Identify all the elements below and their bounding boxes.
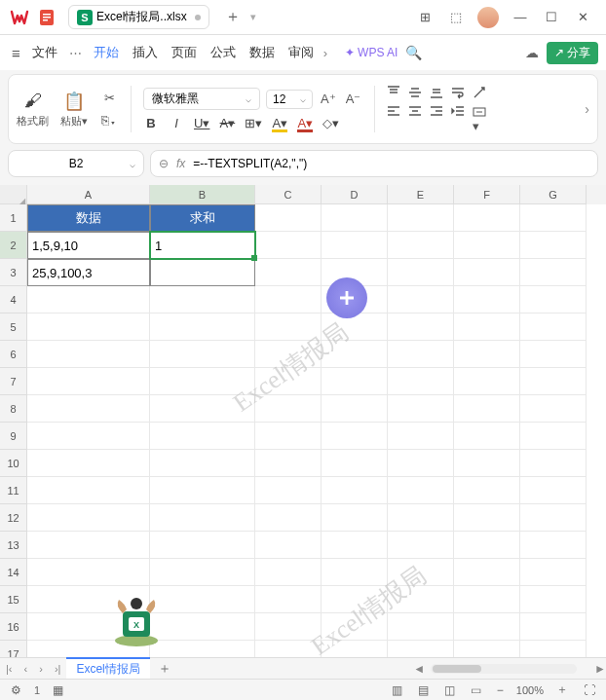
maximize-button[interactable]: ☐ — [536, 4, 567, 31]
cell[interactable] — [388, 613, 454, 641]
sheet-nav-first[interactable]: |‹ — [0, 663, 19, 675]
cell[interactable] — [388, 477, 454, 504]
spreadsheet-grid[interactable]: A B C D E F G 1 数据 求和 2 1,5,9,10 1 3 25,… — [0, 185, 606, 657]
cell[interactable] — [150, 450, 255, 477]
cell[interactable] — [255, 204, 322, 232]
cell[interactable] — [520, 641, 587, 657]
menu-tab-page[interactable]: 页面 — [166, 40, 203, 65]
sheet-nav-last[interactable]: ›| — [49, 663, 67, 675]
user-avatar[interactable] — [477, 7, 499, 28]
cell[interactable] — [322, 450, 388, 477]
cell[interactable] — [454, 423, 520, 450]
view-normal-icon[interactable]: ▥ — [389, 683, 405, 697]
cell[interactable] — [388, 368, 454, 395]
align-left-icon[interactable] — [387, 105, 400, 133]
embedded-image[interactable]: X — [105, 594, 168, 648]
indent-decrease-icon[interactable] — [451, 105, 465, 133]
cell[interactable] — [255, 368, 322, 395]
cell-b1[interactable]: 求和 — [150, 204, 255, 232]
row-header[interactable]: 15 — [0, 586, 27, 613]
align-middle-icon[interactable] — [408, 86, 422, 99]
cell[interactable] — [150, 477, 255, 504]
cell[interactable] — [27, 477, 150, 504]
minimize-button[interactable]: — — [505, 4, 536, 31]
cell[interactable] — [454, 368, 520, 395]
row-header[interactable]: 16 — [0, 613, 27, 641]
row-header[interactable]: 5 — [0, 313, 27, 341]
ribbon-expand-chevron[interactable]: › — [585, 101, 589, 117]
cell[interactable] — [27, 504, 150, 532]
horizontal-scrollbar[interactable] — [431, 664, 577, 674]
row-header[interactable]: 17 — [0, 641, 27, 657]
decrease-font-icon[interactable]: A⁻ — [344, 92, 363, 106]
cell[interactable] — [520, 232, 587, 259]
cell[interactable] — [388, 423, 454, 450]
row-header[interactable]: 3 — [0, 259, 27, 286]
cell[interactable] — [27, 368, 150, 395]
col-header[interactable]: E — [388, 185, 454, 204]
cell[interactable] — [454, 477, 520, 504]
cell[interactable] — [388, 313, 454, 341]
cell[interactable] — [388, 286, 454, 313]
row-header[interactable]: 6 — [0, 341, 27, 368]
cell[interactable] — [520, 532, 587, 559]
cell[interactable] — [388, 341, 454, 368]
cell[interactable] — [454, 286, 520, 313]
cell[interactable] — [322, 204, 388, 232]
cell[interactable] — [388, 232, 454, 259]
view-page-icon[interactable]: ▤ — [415, 683, 432, 697]
share-button[interactable]: ↗分享 — [547, 42, 598, 64]
zoom-out-icon[interactable]: ⊖ — [159, 157, 169, 170]
font-family-select[interactable]: 微软雅黑⌵ — [143, 88, 260, 110]
cell[interactable] — [388, 532, 454, 559]
cell-b2-active[interactable]: 1 — [150, 232, 255, 259]
align-center-icon[interactable] — [408, 105, 422, 133]
cell-a2[interactable]: 1,5,9,10 — [27, 232, 150, 259]
cell[interactable] — [150, 395, 255, 423]
cell[interactable] — [322, 559, 388, 586]
cell[interactable] — [255, 423, 322, 450]
row-header[interactable]: 2 — [0, 232, 27, 259]
cell[interactable] — [150, 559, 255, 586]
cell[interactable] — [255, 559, 322, 586]
cell[interactable] — [520, 423, 587, 450]
align-right-icon[interactable] — [430, 105, 443, 133]
menu-tab-formula[interactable]: 公式 — [205, 40, 242, 65]
cell[interactable] — [388, 450, 454, 477]
sheet-nav-next[interactable]: › — [33, 663, 49, 675]
increase-font-icon[interactable]: A⁺ — [319, 92, 338, 106]
merge-cells-icon[interactable]: ▾ — [473, 105, 486, 133]
cell[interactable] — [454, 504, 520, 532]
cell[interactable] — [150, 532, 255, 559]
row-header[interactable]: 8 — [0, 395, 27, 423]
cell[interactable] — [322, 423, 388, 450]
eraser-icon[interactable]: ◇▾ — [322, 116, 339, 130]
status-grid-icon[interactable]: ▦ — [50, 683, 66, 697]
col-header[interactable]: B — [150, 185, 255, 204]
cell[interactable] — [454, 559, 520, 586]
paste-button[interactable]: 📋 粘贴▾ — [60, 91, 88, 129]
fx-icon[interactable]: fx — [176, 157, 185, 170]
wps-ai-button[interactable]: ✦WPS AI — [345, 46, 398, 59]
cell[interactable] — [255, 613, 322, 641]
cell[interactable] — [520, 395, 587, 423]
menu-tab-data[interactable]: 数据 — [244, 40, 281, 65]
cell[interactable] — [388, 559, 454, 586]
tab-menu-chevron[interactable]: ▾ — [250, 11, 256, 23]
zoom-level[interactable]: 100% — [516, 684, 544, 696]
row-header[interactable]: 4 — [0, 286, 27, 313]
cell[interactable] — [454, 586, 520, 613]
cell[interactable] — [255, 313, 322, 341]
cell[interactable] — [255, 341, 322, 368]
sheet-nav-prev[interactable]: ‹ — [19, 663, 34, 675]
cell[interactable] — [255, 477, 322, 504]
select-all-corner[interactable] — [0, 185, 27, 204]
cell[interactable] — [388, 586, 454, 613]
row-header[interactable]: 10 — [0, 450, 27, 477]
cell[interactable] — [520, 477, 587, 504]
cell[interactable] — [454, 395, 520, 423]
copy-icon[interactable]: ⎘▾ — [99, 113, 119, 128]
cell[interactable] — [520, 504, 587, 532]
align-bottom-icon[interactable] — [430, 86, 443, 99]
col-header[interactable]: G — [520, 185, 587, 204]
